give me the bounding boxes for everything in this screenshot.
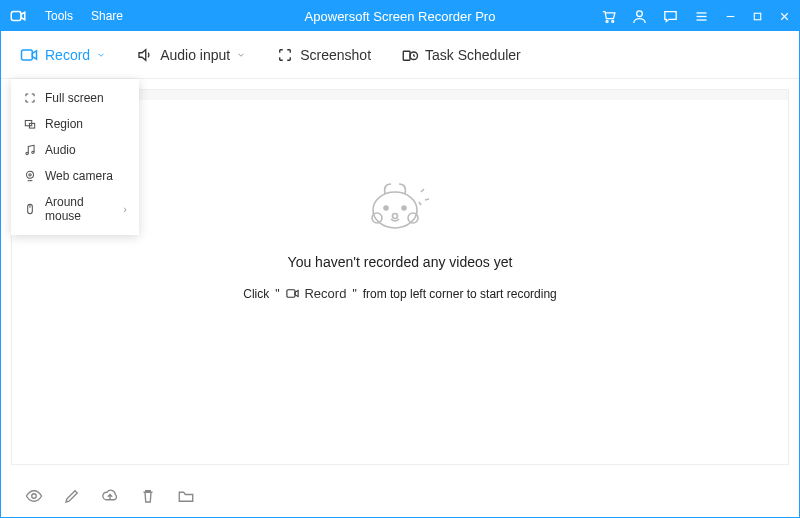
svg-rect-0 bbox=[11, 12, 21, 21]
svg-point-23 bbox=[384, 206, 388, 210]
task-scheduler-label: Task Scheduler bbox=[425, 47, 521, 63]
svg-point-3 bbox=[637, 10, 643, 16]
svg-rect-11 bbox=[22, 50, 33, 60]
upload-icon[interactable] bbox=[101, 487, 119, 505]
music-icon bbox=[23, 143, 37, 157]
record-label: Record bbox=[45, 47, 90, 63]
dropdown-label: Region bbox=[45, 117, 83, 131]
empty-headline: You haven't recorded any videos yet bbox=[288, 254, 513, 270]
audio-input-button[interactable]: Audio input bbox=[136, 46, 246, 64]
delete-icon[interactable] bbox=[139, 487, 157, 505]
close-icon[interactable] bbox=[778, 10, 791, 23]
mouse-icon bbox=[23, 202, 37, 216]
svg-rect-8 bbox=[754, 13, 761, 20]
dropdown-audio[interactable]: Audio bbox=[11, 137, 139, 163]
screenshot-icon bbox=[276, 46, 294, 64]
camera-icon bbox=[285, 286, 300, 301]
screenshot-label: Screenshot bbox=[300, 47, 371, 63]
app-logo-icon bbox=[9, 7, 27, 25]
svg-point-19 bbox=[29, 174, 31, 176]
dropdown-label: Full screen bbox=[45, 91, 104, 105]
svg-point-29 bbox=[32, 494, 37, 499]
camera-icon bbox=[19, 45, 39, 65]
preview-icon[interactable] bbox=[25, 487, 43, 505]
svg-point-1 bbox=[606, 20, 608, 22]
svg-point-25 bbox=[393, 214, 398, 219]
hint-click: Click bbox=[243, 287, 269, 301]
dropdown-around-mouse[interactable]: Around mouse › bbox=[11, 189, 139, 229]
dropdown-label: Around mouse bbox=[45, 195, 115, 223]
user-icon[interactable] bbox=[631, 8, 648, 25]
minimize-icon[interactable] bbox=[724, 10, 737, 23]
empty-hint: Click " Record " from top left corner to… bbox=[243, 286, 557, 301]
dropdown-full-screen[interactable]: Full screen bbox=[11, 85, 139, 111]
titlebar: Tools Share Apowersoft Screen Recorder P… bbox=[1, 1, 799, 31]
record-dropdown: Full screen Region Audio Web camera Arou… bbox=[11, 79, 139, 235]
region-icon bbox=[23, 117, 37, 131]
menu-icon[interactable] bbox=[693, 8, 710, 25]
dropdown-label: Audio bbox=[45, 143, 76, 157]
clock-icon bbox=[401, 46, 419, 64]
menu-share[interactable]: Share bbox=[91, 9, 123, 23]
chevron-down-icon bbox=[236, 50, 246, 60]
svg-point-24 bbox=[402, 206, 406, 210]
screenshot-button[interactable]: Screenshot bbox=[276, 46, 371, 64]
quote: " bbox=[275, 287, 279, 301]
edit-icon[interactable] bbox=[63, 487, 81, 505]
svg-point-16 bbox=[26, 152, 28, 154]
task-scheduler-button[interactable]: Task Scheduler bbox=[401, 46, 521, 64]
bottom-toolbar bbox=[1, 475, 799, 517]
dropdown-label: Web camera bbox=[45, 169, 113, 183]
record-chip: Record bbox=[285, 286, 346, 301]
svg-rect-12 bbox=[403, 51, 410, 60]
dropdown-region[interactable]: Region bbox=[11, 111, 139, 137]
fullscreen-icon bbox=[23, 91, 37, 105]
mascot-icon bbox=[355, 170, 445, 240]
hint-tail: from top left corner to start recording bbox=[363, 287, 557, 301]
cart-icon[interactable] bbox=[600, 8, 617, 25]
audio-input-label: Audio input bbox=[160, 47, 230, 63]
toolbar: Record Audio input Screenshot Task Sc bbox=[1, 31, 799, 79]
record-button[interactable]: Record bbox=[19, 45, 106, 65]
maximize-icon[interactable] bbox=[751, 10, 764, 23]
dropdown-web-camera[interactable]: Web camera bbox=[11, 163, 139, 189]
svg-point-17 bbox=[32, 151, 34, 153]
folder-icon[interactable] bbox=[177, 487, 195, 505]
speaker-icon bbox=[136, 46, 154, 64]
app-title: Apowersoft Screen Recorder Pro bbox=[305, 9, 496, 24]
record-chip-label: Record bbox=[304, 286, 346, 301]
chevron-right-icon: › bbox=[123, 203, 127, 215]
feedback-icon[interactable] bbox=[662, 8, 679, 25]
svg-point-18 bbox=[27, 171, 34, 178]
quote: " bbox=[352, 287, 356, 301]
menu-tools[interactable]: Tools bbox=[45, 9, 73, 23]
chevron-down-icon bbox=[96, 50, 106, 60]
svg-rect-28 bbox=[287, 290, 295, 298]
svg-point-2 bbox=[612, 20, 614, 22]
webcam-icon bbox=[23, 169, 37, 183]
